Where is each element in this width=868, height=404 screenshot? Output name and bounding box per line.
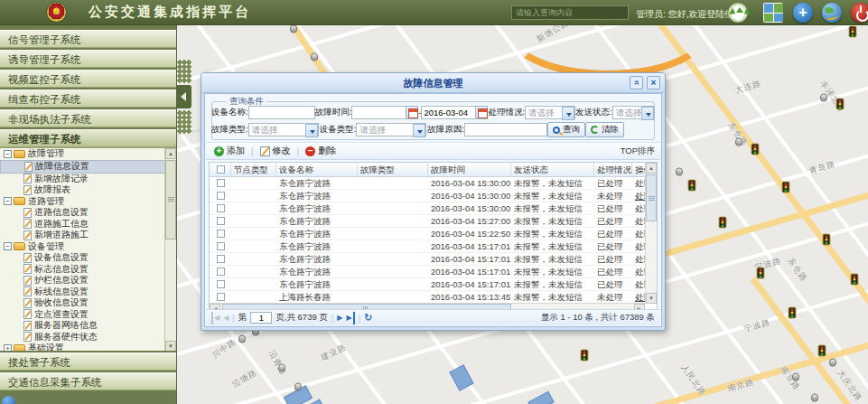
checkbox-icon[interactable]	[217, 230, 225, 238]
edit-record-button[interactable]: 修改	[257, 144, 294, 158]
column-header[interactable]: 节点类型	[231, 163, 276, 176]
table-row[interactable]: 东仓路宁波路2016-03-04 15:22:50未报警，未发短信已处理处理	[210, 228, 657, 240]
scroll-down-icon[interactable]: ▼	[165, 341, 176, 351]
traffic-light-icon[interactable]	[782, 182, 790, 193]
table-row[interactable]: 东仓路宁波路2016-03-04 15:17:01未报警，未发短信已处理处理	[210, 278, 657, 291]
checkbox-icon[interactable]	[217, 179, 225, 187]
last-page-button[interactable]: ▶	[346, 312, 354, 324]
camera-icon[interactable]	[820, 94, 827, 102]
search-button[interactable]: 查询	[547, 122, 585, 137]
checkbox-icon[interactable]	[217, 242, 225, 250]
table-row[interactable]: 东仓路宁波路2016-03-04 15:27:00未报警，未发短信已处理处理	[210, 215, 657, 228]
scroll-up-icon[interactable]: ▲	[165, 148, 176, 159]
sidebar-collapse-handle[interactable]	[177, 60, 191, 136]
camera-icon[interactable]	[290, 25, 297, 33]
tree-item[interactable]: 故障信息设置	[0, 160, 176, 174]
calendar-icon[interactable]	[406, 106, 418, 119]
tree-item[interactable]: 道路施工信息	[0, 219, 176, 230]
traffic-light-icon[interactable]	[823, 234, 831, 246]
fault-type-select[interactable]: 请选择	[248, 123, 319, 136]
collapse-toggle-icon[interactable]: −	[4, 150, 12, 158]
tree-item[interactable]: +基础设置	[0, 343, 176, 351]
top-sort-button[interactable]: TOP排序	[621, 146, 655, 157]
checkbox-icon[interactable]	[217, 268, 225, 276]
traffic-light-icon[interactable]	[581, 350, 589, 362]
next-page-button[interactable]: ▶	[337, 312, 342, 324]
table-row[interactable]: 东仓路宁波路2016-03-04 15:30:00未报警，未发短信已处理处理	[210, 202, 657, 215]
checkbox-icon[interactable]	[217, 165, 225, 174]
tree-item[interactable]: 新增故障记录	[0, 174, 176, 185]
bottom-left-icon[interactable]	[2, 396, 15, 404]
scroll-down-icon[interactable]: ▼	[646, 293, 657, 304]
refresh-icon[interactable]: ↻	[364, 312, 372, 324]
sidebar-panel[interactable]: 接处警子系统	[0, 352, 176, 371]
tree-item[interactable]: −故障管理	[0, 148, 176, 160]
vertical-scrollbar[interactable]: ▲ ▼	[645, 163, 657, 304]
traffic-light-icon[interactable]	[757, 268, 765, 279]
expand-toggle-icon[interactable]: +	[4, 344, 12, 351]
first-page-button[interactable]: ◀	[211, 312, 219, 324]
column-header[interactable]: 发送状态	[511, 163, 594, 176]
table-row[interactable]: 东仓路宁波路2016-03-04 15:17:01未报警，未发短信已处理处理	[210, 240, 657, 253]
page-number-input[interactable]	[250, 312, 272, 324]
camera-icon[interactable]	[311, 53, 318, 61]
traffic-light-icon[interactable]	[836, 99, 845, 110]
camera-icon[interactable]	[829, 359, 836, 367]
tree-item[interactable]: −设备管理	[0, 241, 176, 253]
checkbox-icon[interactable]	[217, 204, 225, 212]
sidebar-panel[interactable]: 视频监控子系统	[0, 70, 176, 88]
table-row[interactable]: 东仓路宁波路2016-03-04 15:17:01未报警，未发短信已处理处理	[210, 253, 657, 266]
traffic-light-icon[interactable]	[849, 26, 857, 38]
tree-item[interactable]: 设备信息设置	[0, 252, 176, 264]
scroll-up-icon[interactable]: ▲	[646, 163, 657, 174]
tree-item[interactable]: 护栏信息设置	[0, 275, 176, 287]
camera-icon[interactable]	[811, 394, 818, 402]
collapse-toggle-icon[interactable]: −	[4, 197, 12, 205]
fault-reason-input[interactable]	[464, 123, 547, 136]
traffic-light-icon[interactable]	[818, 345, 826, 357]
add-record-button[interactable]: + 添加	[211, 144, 247, 158]
scroll-thumb[interactable]	[165, 160, 176, 240]
table-row[interactable]: 上海路长春路2016-03-04 15:13:45未报警，未发短信未处理处理	[210, 291, 657, 304]
recycle-icon[interactable]	[728, 3, 748, 23]
collapse-arrow-icon[interactable]	[177, 85, 191, 108]
traffic-light-icon[interactable]	[851, 274, 859, 286]
dialog-titlebar[interactable]: 故障信息管理 » ×	[201, 73, 665, 93]
tree-item[interactable]: 标志信息设置	[0, 264, 176, 276]
device-type-select[interactable]: 请选择	[356, 123, 426, 136]
column-header[interactable]: 故障类型	[358, 163, 428, 176]
column-header[interactable]: 设备名称	[276, 163, 358, 176]
tree-item[interactable]: 定点巡查设置	[0, 309, 176, 321]
add-icon[interactable]	[793, 3, 813, 23]
tree-item[interactable]: 服务器硬件状态	[0, 332, 176, 343]
table-row[interactable]: 东仓路宁波路2016-03-04 15:30:00未报警，未发短信未处理处理	[210, 190, 657, 202]
calendar-icon[interactable]	[475, 106, 488, 119]
sidebar-panel[interactable]: 信号管理子系统	[0, 30, 176, 48]
tree-item[interactable]: −道路管理	[0, 196, 176, 208]
traffic-light-icon[interactable]	[789, 307, 797, 319]
sidebar-panel[interactable]: 非现场执法子系统	[0, 109, 176, 127]
device-name-input[interactable]	[248, 106, 315, 119]
handle-status-select[interactable]: 请选择	[525, 106, 575, 119]
table-row[interactable]: 东仓路宁波路2016-03-04 15:30:00未报警，未发短信已处理处理	[210, 177, 657, 190]
close-dialog-icon[interactable]: ×	[647, 76, 660, 89]
checkbox-icon[interactable]	[217, 217, 225, 225]
traffic-light-icon[interactable]	[719, 217, 727, 229]
power-logout-icon[interactable]	[851, 3, 868, 23]
sidebar-panel[interactable]: 缉查布控子系统	[0, 89, 176, 108]
collapse-toggle-icon[interactable]: −	[4, 242, 12, 250]
tree-item[interactable]: 服务器网络信息	[0, 320, 176, 332]
camera-icon[interactable]	[676, 168, 683, 176]
tree-item[interactable]: 故障报表	[0, 184, 176, 196]
traffic-light-icon[interactable]	[688, 180, 696, 192]
delete-record-button[interactable]: − 删除	[303, 144, 339, 158]
fault-time-to-input[interactable]	[421, 106, 475, 119]
sidebar-panel[interactable]: 诱导管理子系统	[0, 50, 176, 68]
checkbox-icon[interactable]	[217, 192, 225, 200]
camera-icon[interactable]	[278, 364, 285, 372]
checkbox-icon[interactable]	[217, 280, 225, 288]
scroll-thumb[interactable]	[646, 174, 657, 221]
clear-button[interactable]: 清除	[585, 122, 624, 137]
camera-icon[interactable]	[294, 383, 302, 391]
prev-page-button[interactable]: ◀	[223, 312, 229, 324]
